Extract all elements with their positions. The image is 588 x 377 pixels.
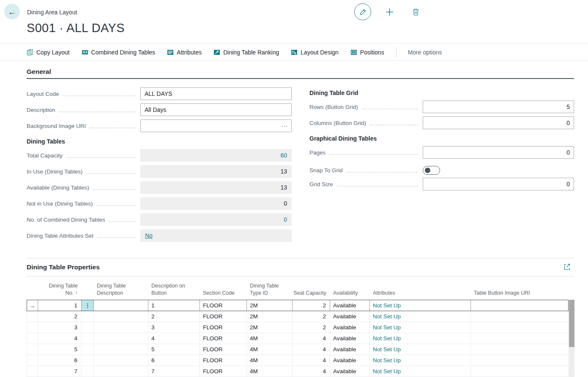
row-selector-cell[interactable] bbox=[27, 344, 38, 355]
attributes-link[interactable]: Not Set Up bbox=[373, 302, 401, 309]
attributes-link[interactable]: Not Set Up bbox=[373, 313, 401, 320]
cell-availability[interactable]: Available bbox=[330, 344, 370, 355]
cell-seat-capacity[interactable]: 2 bbox=[293, 322, 330, 333]
row-selector-cell[interactable] bbox=[27, 311, 38, 322]
row-selector-cell[interactable] bbox=[27, 355, 38, 366]
section-general-title[interactable]: General bbox=[27, 68, 51, 76]
delete-button[interactable] bbox=[407, 3, 424, 20]
section-properties-title[interactable]: Dining Table Properties bbox=[27, 263, 100, 271]
total-capacity-field[interactable]: 60 bbox=[140, 149, 292, 162]
col-header-dining-table-description[interactable]: Dining TableDescription bbox=[94, 282, 148, 297]
grid-size-input[interactable] bbox=[423, 178, 574, 190]
cell-availability[interactable]: Available bbox=[330, 311, 370, 322]
more-options-button[interactable]: More options bbox=[408, 49, 442, 56]
cell-dining-table-type-id[interactable]: 4M bbox=[247, 333, 293, 344]
cell-dining-table-description[interactable] bbox=[94, 355, 148, 366]
cell-dining-table-description[interactable] bbox=[94, 344, 148, 355]
cell-table-button-image-uri[interactable] bbox=[471, 300, 569, 311]
cell-dining-table-description[interactable] bbox=[94, 322, 148, 333]
col-header-seat-capacity[interactable]: Seat Capacity bbox=[293, 290, 330, 297]
cell-availability[interactable]: Available bbox=[330, 322, 370, 333]
in-use-field[interactable]: 13 bbox=[140, 165, 292, 178]
cell-table-button-image-uri[interactable] bbox=[471, 366, 569, 377]
combined-tables-value[interactable]: 0 bbox=[284, 216, 287, 223]
cell-table-button-image-uri[interactable] bbox=[471, 355, 569, 366]
cell-seat-capacity[interactable]: 4 bbox=[293, 344, 330, 355]
attributes-set-link[interactable]: No bbox=[145, 232, 153, 239]
col-header-dining-table-no[interactable]: Dining TableNo. ↑ bbox=[38, 282, 82, 297]
col-header-availability[interactable]: Availability bbox=[330, 290, 370, 297]
cell-section-code[interactable]: FLOOR bbox=[200, 300, 247, 311]
cell-dining-table-description[interactable] bbox=[94, 311, 148, 322]
col-header-dining-table-type-id[interactable]: Dining TableType ID bbox=[247, 282, 293, 297]
col-header-attributes[interactable]: Attributes bbox=[370, 290, 471, 297]
assist-edit-button[interactable]: ... bbox=[282, 121, 288, 128]
action-layout-design[interactable]: Layout Design bbox=[291, 49, 339, 56]
attributes-link[interactable]: Not Set Up bbox=[373, 357, 401, 363]
snap-to-grid-toggle[interactable] bbox=[423, 166, 440, 175]
cell-dining-table-no[interactable]: 1 bbox=[38, 300, 82, 311]
cell-dining-table-no[interactable]: 7 bbox=[38, 366, 82, 377]
cell-dining-table-type-id[interactable]: 4M bbox=[247, 366, 293, 377]
attributes-link[interactable]: Not Set Up bbox=[373, 346, 401, 353]
attributes-link[interactable]: Not Set Up bbox=[373, 368, 401, 374]
cell-dining-table-no[interactable]: 4 bbox=[38, 333, 82, 344]
breadcrumb[interactable]: Dining Area Layout bbox=[27, 9, 77, 16]
scrollbar-thumb[interactable] bbox=[569, 300, 574, 347]
cell-dining-table-description[interactable] bbox=[94, 333, 148, 344]
cell-dining-table-type-id[interactable]: 2M bbox=[247, 322, 293, 333]
cell-dining-table-description[interactable] bbox=[94, 300, 148, 311]
cell-attributes[interactable]: Not Set Up bbox=[370, 322, 471, 333]
cell-description-on-button[interactable]: 4 bbox=[148, 333, 200, 344]
cell-attributes[interactable]: Not Set Up bbox=[370, 355, 471, 366]
cell-dining-table-type-id[interactable]: 2M bbox=[247, 300, 293, 311]
cell-attributes[interactable]: Not Set Up bbox=[370, 333, 471, 344]
cell-section-code[interactable]: FLOOR bbox=[200, 311, 247, 322]
cell-dining-table-type-id[interactable]: 4M bbox=[247, 355, 293, 366]
cell-description-on-button[interactable]: 3 bbox=[148, 322, 200, 333]
cell-description-on-button[interactable]: 2 bbox=[148, 311, 200, 322]
new-button[interactable] bbox=[381, 3, 397, 20]
cell-dining-table-no[interactable]: 2 bbox=[38, 311, 82, 322]
row-selector-cell[interactable] bbox=[27, 333, 38, 344]
cell-description-on-button[interactable]: 1 bbox=[148, 300, 200, 311]
cell-section-code[interactable]: FLOOR bbox=[200, 333, 247, 344]
cell-description-on-button[interactable]: 7 bbox=[148, 366, 200, 377]
action-dining-table-ranking[interactable]: Dining Table Ranking bbox=[213, 49, 279, 56]
cell-attributes[interactable]: Not Set Up bbox=[370, 344, 471, 355]
cell-dining-table-no[interactable]: 3 bbox=[38, 322, 82, 333]
cell-dining-table-type-id[interactable]: 2M bbox=[247, 311, 293, 322]
cell-description-on-button[interactable]: 5 bbox=[148, 344, 200, 355]
cell-dining-table-type-id[interactable]: 4M bbox=[247, 344, 293, 355]
cell-availability[interactable]: Available bbox=[330, 300, 370, 311]
action-copy-layout[interactable]: Copy Layout bbox=[27, 49, 70, 56]
action-positions[interactable]: 12 Positions bbox=[350, 49, 384, 56]
attributes-link[interactable]: Not Set Up bbox=[373, 324, 401, 331]
cell-dining-table-no[interactable]: 5 bbox=[38, 344, 82, 355]
cell-section-code[interactable]: FLOOR bbox=[200, 344, 247, 355]
cell-table-button-image-uri[interactable] bbox=[471, 322, 569, 333]
available-field[interactable]: 13 bbox=[140, 181, 292, 194]
cell-seat-capacity[interactable]: 4 bbox=[293, 333, 330, 344]
layout-code-input[interactable] bbox=[140, 87, 292, 100]
cell-availability[interactable]: Available bbox=[330, 355, 370, 366]
combined-tables-field[interactable]: 0 bbox=[140, 213, 292, 226]
description-input[interactable] bbox=[140, 103, 292, 116]
cell-section-code[interactable]: FLOOR bbox=[200, 355, 247, 366]
columns-button-grid-input[interactable] bbox=[423, 117, 574, 129]
col-header-description-on-button[interactable]: Description onButton bbox=[148, 282, 200, 297]
row-selector-cell[interactable] bbox=[27, 322, 38, 333]
cell-availability[interactable]: Available bbox=[330, 333, 370, 344]
cell-table-button-image-uri[interactable] bbox=[471, 344, 569, 355]
total-capacity-value[interactable]: 60 bbox=[280, 152, 287, 159]
col-header-table-button-image-uri[interactable]: Table Button Image URI bbox=[471, 290, 569, 297]
cell-seat-capacity[interactable]: 4 bbox=[293, 366, 330, 377]
background-image-uri-input[interactable] bbox=[140, 119, 292, 132]
cell-section-code[interactable]: FLOOR bbox=[200, 366, 247, 377]
not-in-use-field[interactable]: 0 bbox=[140, 197, 292, 210]
cell-section-code[interactable]: FLOOR bbox=[200, 322, 247, 333]
back-button[interactable]: ← bbox=[4, 4, 20, 19]
expand-part-button[interactable] bbox=[563, 263, 571, 272]
action-attributes[interactable]: Attributes bbox=[167, 49, 202, 56]
action-combined-dining-tables[interactable]: Combined Dining Tables bbox=[82, 49, 156, 56]
